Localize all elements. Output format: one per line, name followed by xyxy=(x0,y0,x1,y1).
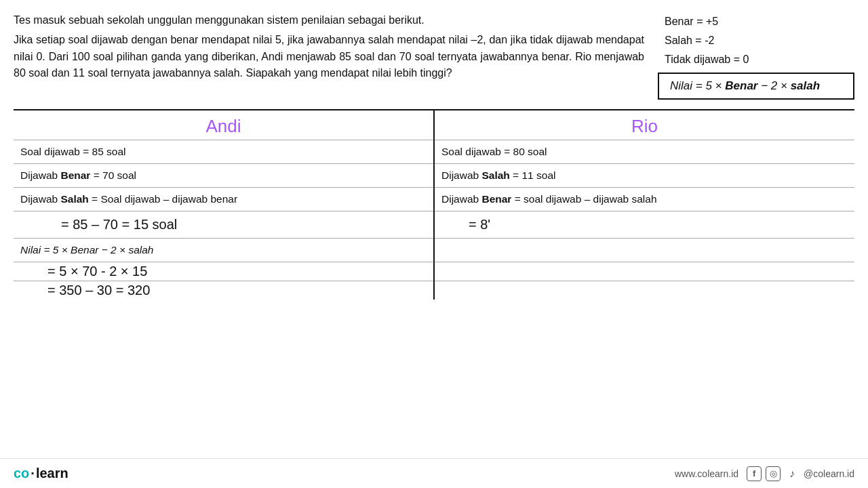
rio-calc-2-empty xyxy=(434,281,854,300)
facebook-icon: f xyxy=(747,466,762,481)
andi-calc-1-text: = 5 × 70 - 2 × 15 xyxy=(20,264,147,279)
andi-formula-text: Nilai = 5 × Benar − 2 × salah xyxy=(20,244,153,256)
rio-row3-prefix: Dijawab xyxy=(441,193,481,205)
problem-text: Tes masuk sebuah sekolah unggulan menggu… xyxy=(14,12,644,100)
tiktok-icon: ♪ xyxy=(785,466,800,481)
rio-handwritten-text: = 8' xyxy=(441,217,490,232)
main-container: Tes masuk sebuah sekolah unggulan menggu… xyxy=(0,0,868,488)
rio-soal-dijawab: Soal dijawab = 80 soal xyxy=(434,140,854,164)
rio-row2-suffix: = 11 soal xyxy=(510,169,556,181)
table-row-soal-dijawab: Soal dijawab = 85 soal Soal dijawab = 80… xyxy=(14,140,854,164)
andi-soal-dijawab: Soal dijawab = 85 soal xyxy=(14,140,434,164)
name-andi: Andi xyxy=(14,110,435,140)
andi-row3-bold: Salah xyxy=(60,193,88,205)
table-row-dijawab-salah-formula: Dijawab Salah = Soal dijawab – dijawab b… xyxy=(14,188,854,211)
colearn-logo: co·learn xyxy=(14,466,68,481)
andi-row3-suffix: = Soal dijawab – dijawab benar xyxy=(89,193,237,205)
andi-row2-prefix: Dijawab xyxy=(20,169,60,181)
andi-dijawab-benar: Dijawab Benar = 70 soal xyxy=(14,164,434,188)
rio-handwritten-calc: = 8' xyxy=(434,211,854,239)
name-rio: Rio xyxy=(435,110,854,140)
scoring-box: Benar = +5 Salah = -2 Tidak dijawab = 0 … xyxy=(658,12,854,100)
table-row-calc-2: = 350 – 30 = 320 xyxy=(14,281,854,300)
andi-dijawab-salah-formula: Dijawab Salah = Soal dijawab – dijawab b… xyxy=(14,188,434,211)
footer-right: www.colearn.id f ◎ ♪ @colearn.id xyxy=(675,466,854,481)
rio-row3-suffix: = soal dijawab – dijawab salah xyxy=(511,193,656,205)
table-row-handwritten-calc: = 85 – 70 = 15 soal = 8' xyxy=(14,211,854,239)
social-handle: @colearn.id xyxy=(804,468,854,479)
rio-row3-bold: Benar xyxy=(481,193,511,205)
rio-calc-1-empty xyxy=(434,262,854,281)
logo-learn: learn xyxy=(36,466,68,481)
names-row: Andi Rio xyxy=(14,109,854,140)
top-section: Tes masuk sebuah sekolah unggulan menggu… xyxy=(14,12,854,100)
andi-row2-suffix: = 70 soal xyxy=(90,169,136,181)
table-row-calc-1: = 5 × 70 - 2 × 15 xyxy=(14,262,854,281)
rio-row2-bold: Salah xyxy=(481,169,509,181)
andi-row3-prefix: Dijawab xyxy=(20,193,60,205)
logo-dot: · xyxy=(31,466,35,481)
rio-row2-prefix: Dijawab xyxy=(441,169,481,181)
andi-handwritten-text: = 85 – 70 = 15 soal xyxy=(20,217,177,232)
andi-handwritten-calc: = 85 – 70 = 15 soal xyxy=(14,211,434,239)
andi-calc-2: = 350 – 30 = 320 xyxy=(14,281,434,300)
social-icons: f ◎ ♪ @colearn.id xyxy=(747,466,854,481)
data-table: Soal dijawab = 85 soal Soal dijawab = 80… xyxy=(14,140,854,300)
andi-calc-2-text: = 350 – 30 = 320 xyxy=(20,283,150,298)
rio-dijawab-salah: Dijawab Salah = 11 soal xyxy=(434,164,854,188)
score-benar: Benar = +5 xyxy=(658,16,854,28)
problem-paragraph-2: Jika setiap soal dijawab dengan benar me… xyxy=(14,32,644,82)
logo-co: co xyxy=(14,466,29,481)
instagram-icon: ◎ xyxy=(766,466,781,481)
website-url: www.colearn.id xyxy=(675,468,738,479)
table-row-nilai-formula: Nilai = 5 × Benar − 2 × salah xyxy=(14,239,854,262)
score-salah: Salah = -2 xyxy=(658,35,854,47)
footer: co·learn www.colearn.id f ◎ ♪ @colearn.i… xyxy=(0,458,868,488)
table-row-dijawab-benar-salah: Dijawab Benar = 70 soal Dijawab Salah = … xyxy=(14,164,854,188)
formula-header-box: Nilai = 5 × Benar − 2 × salah xyxy=(658,73,854,100)
andi-calc-1: = 5 × 70 - 2 × 15 xyxy=(14,262,434,281)
rio-dijawab-benar-formula: Dijawab Benar = soal dijawab – dijawab s… xyxy=(434,188,854,211)
score-tidak-dijawab: Tidak dijawab = 0 xyxy=(658,54,854,66)
problem-paragraph-1: Tes masuk sebuah sekolah unggulan menggu… xyxy=(14,12,644,29)
rio-empty xyxy=(434,239,854,262)
andi-nilai-formula: Nilai = 5 × Benar − 2 × salah xyxy=(14,239,434,262)
andi-row2-bold: Benar xyxy=(60,169,90,181)
